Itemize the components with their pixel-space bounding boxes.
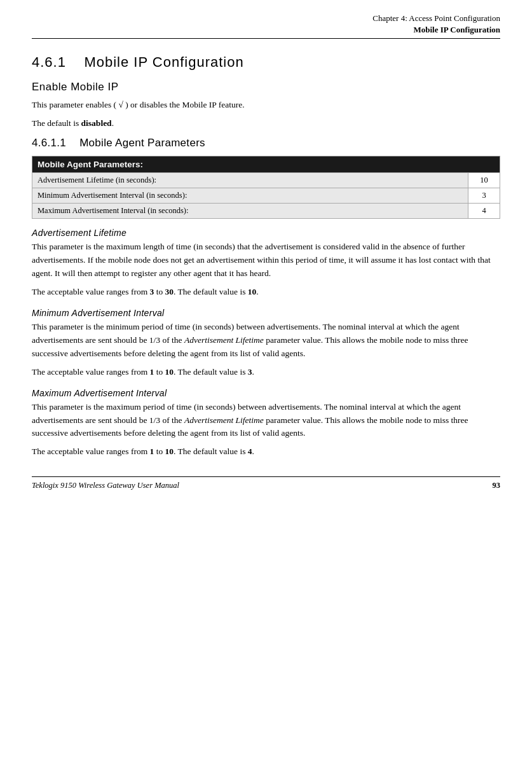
table-cell-value-1: 10 (468, 173, 500, 188)
minimum-advertisement-interval-heading: Minimum Advertisement Interval (32, 308, 500, 318)
footer-page-number: 93 (493, 481, 501, 490)
footer-brand: Teklogix 9150 Wireless Gateway User Manu… (32, 481, 179, 490)
maximum-advertisement-interval-range: The acceptable value ranges from 1 to 10… (32, 445, 500, 459)
advertisement-lifetime-para1: This parameter is the maximum length of … (32, 240, 500, 281)
section-461-title: 4.6.1 Mobile IP Configuration (32, 54, 500, 71)
minimum-advertisement-interval-para1: This parameter is the minimum period of … (32, 321, 500, 361)
header-section: Mobile IP Configuration (32, 24, 500, 36)
header-chapter: Chapter 4: Access Point Configuration (32, 13, 500, 24)
advertisement-lifetime-heading: Advertisement Lifetime (32, 228, 500, 238)
table-header: Mobile Agent Parameters: (32, 156, 500, 173)
enable-mobile-ip-para1: This parameter enables ( √ ) or disables… (32, 99, 500, 112)
section-461: 4.6.1 Mobile IP Configuration Enable Mob… (32, 54, 500, 459)
maximum-advertisement-interval-heading: Maximum Advertisement Interval (32, 388, 500, 398)
table-row: Maximum Advertisement Interval (in secon… (32, 204, 500, 219)
table-row: Advertisement Lifetime (in seconds): 10 (32, 173, 500, 188)
table-cell-label-1: Advertisement Lifetime (in seconds): (32, 173, 468, 188)
minimum-advertisement-interval-range: The acceptable value ranges from 1 to 10… (32, 366, 500, 379)
table-cell-label-2: Minimum Advertisement Interval (in secon… (32, 188, 468, 204)
maximum-advertisement-interval-para1: This parameter is the maximum period of … (32, 401, 500, 441)
page-footer: Teklogix 9150 Wireless Gateway User Manu… (32, 476, 500, 490)
section-4611-heading: 4.6.1.1 Mobile Agent Parameters (32, 137, 500, 149)
enable-mobile-ip-para2: The default is disabled. (32, 117, 500, 130)
table-cell-label-3: Maximum Advertisement Interval (in secon… (32, 204, 468, 219)
page-header: Chapter 4: Access Point Configuration Mo… (32, 13, 500, 39)
table-cell-value-3: 4 (468, 204, 500, 219)
mobile-agent-params-table: Mobile Agent Parameters: Advertisement L… (32, 156, 500, 219)
table-cell-value-2: 3 (468, 188, 500, 204)
advertisement-lifetime-range: The acceptable value ranges from 3 to 30… (32, 286, 500, 299)
enable-mobile-ip-heading: Enable Mobile IP (32, 81, 500, 94)
page-container: Chapter 4: Access Point Configuration Mo… (0, 0, 532, 502)
table-row: Minimum Advertisement Interval (in secon… (32, 188, 500, 204)
section-461-number: 4.6.1 Mobile IP Configuration (32, 54, 244, 70)
